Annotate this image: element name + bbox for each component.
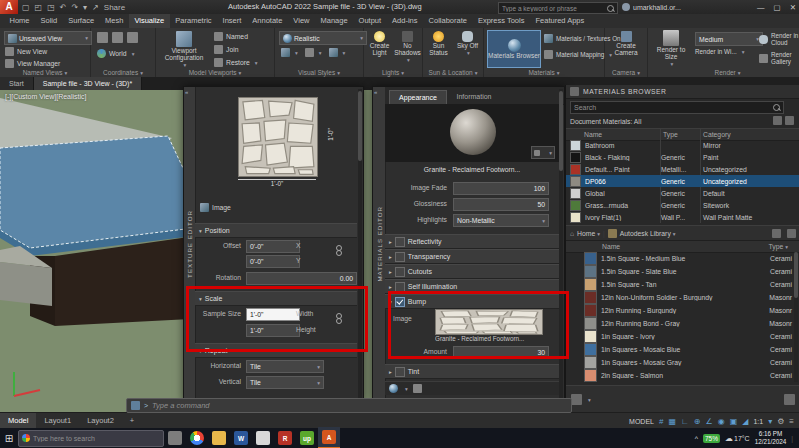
rotation-input[interactable]: 0.00 [246,272,357,285]
reflectivity-checkbox[interactable] [395,237,405,247]
tab-annotate[interactable]: Annotate [247,14,288,28]
horizontal-repeat-dropdown[interactable]: Tile [246,360,324,373]
render-in-cloud-button[interactable]: Render in Cloud [759,33,799,46]
ucs-axes-icon[interactable] [14,372,40,396]
render-gallery-button[interactable]: Render Gallery [759,52,799,65]
texture-image-row[interactable]: Image [200,203,231,212]
command-line[interactable] [126,398,572,413]
column-category[interactable]: Category [703,131,731,138]
user-name[interactable]: umarkhalid.or... [633,4,681,11]
tint-checkbox[interactable] [395,367,405,377]
start-button[interactable]: ⊞ [0,433,18,444]
upwork-icon[interactable]: up [300,431,314,445]
visual-style-dropdown[interactable]: Realistic [279,31,367,45]
low-structure-front[interactable] [0,262,52,306]
library-row[interactable]: 12in Running - BurgundyMasonr [566,304,792,317]
manage-library-icon[interactable] [571,394,582,405]
self-illumination-checkbox[interactable] [395,282,405,292]
bump-checkbox[interactable] [395,297,405,307]
collapse-icon[interactable]: « [185,89,188,95]
section-cutouts[interactable]: Cutouts [385,264,559,279]
settings-gear-icon[interactable]: ⚙ [777,417,784,426]
taskbar-app-upwork[interactable]: up [296,428,318,448]
section-reflectivity[interactable]: Reflectivity [385,234,559,249]
tab-mesh[interactable]: Mesh [100,14,129,28]
duplicate-material-icon[interactable] [413,384,422,393]
render-in-window-dropdown[interactable]: Render in Wi... [695,48,744,55]
lib-view-grid-icon[interactable] [772,229,781,238]
create-light-button[interactable]: Create Light [366,31,393,56]
word-icon[interactable]: W [234,431,248,445]
glossiness-input[interactable]: 50 [453,198,549,211]
link-wh-icon[interactable] [336,313,342,324]
add-layout-button[interactable]: + [122,413,142,429]
snap-icon[interactable]: ▦ [668,417,676,426]
material-row[interactable]: Black - Flaking Generic Paint [566,151,799,163]
material-row[interactable]: Grass...rmuda Generic Sitework [566,199,799,211]
tray-expand-icon[interactable]: ^ [695,435,698,442]
material-row-selected[interactable]: DP066 Generic Uncategorized [566,175,799,187]
search-icon[interactable] [607,5,614,12]
grid-icon[interactable]: # [659,417,663,426]
column-type[interactable]: Type [663,131,678,138]
windows-search[interactable] [18,430,164,447]
panel-label-sun-location[interactable]: Sun & Location [423,69,483,76]
restore-viewports-button[interactable]: Restore [214,58,258,67]
browser-menu-icon[interactable] [570,87,579,96]
windows-search-input[interactable] [33,435,160,442]
offset-y-input[interactable]: 0'-0" [246,255,300,268]
dynamic-input-icon[interactable]: ▣ [730,417,738,426]
materials-editor-scrollbar[interactable] [559,89,563,399]
named-viewports-button[interactable]: Named [214,32,248,41]
tab-drawing[interactable]: Sample file - 3D View - (3D)* [34,77,142,90]
panel-label-coordinates[interactable]: Coordinates [91,69,155,76]
sample-width-input[interactable]: 1'-0" [246,308,300,321]
browser-search[interactable] [570,101,784,114]
tab-express-tools[interactable]: Express Tools [472,14,530,28]
highlights-dropdown[interactable]: Non-Metallic [453,214,549,227]
section-self-illumination[interactable]: Self Illumination [385,279,559,294]
vertical-repeat-dropdown[interactable]: Tile [246,376,324,389]
autocad-icon[interactable]: A [322,430,336,444]
create-material-dropdown-icon[interactable] [403,385,408,392]
annotation-scale[interactable]: 1:1 [753,418,763,425]
doc-view-grid-icon[interactable] [773,116,782,125]
tab-start[interactable]: Start [0,77,34,90]
library-row[interactable]: 1in Squares - Mosaic BlueCerami [566,343,792,356]
tab-appearance[interactable]: Appearance [389,90,447,105]
library-book-icon[interactable] [608,229,617,238]
scale-dropdown-icon[interactable]: ▾ [768,417,772,426]
texture-preview[interactable] [238,97,318,177]
texture-editor-scrollbar[interactable] [358,89,362,399]
tab-visualize[interactable]: Visualize [129,14,170,28]
material-mapping-button[interactable]: Material Mapping [544,50,612,59]
bump-amount-input[interactable]: 30 [453,346,549,359]
save-icon[interactable]: ◳ [47,3,55,12]
unsaved-view-dropdown[interactable]: Unsaved View [4,31,92,45]
display-options-icon[interactable] [784,394,795,405]
tab-layout2[interactable]: Layout2 [79,413,122,429]
viewport-controls[interactable]: [-][Custom View][Realistic] [5,93,87,100]
column-name[interactable]: Name [584,131,602,138]
tab-solid[interactable]: Solid [35,14,63,28]
panel-label-camera[interactable]: Camera [605,69,647,76]
taskbar-app-1[interactable] [164,428,186,448]
material-row[interactable]: Bathroom Mirror [566,139,799,151]
tab-parametric[interactable]: Parametric [170,14,217,28]
manage-library-dropdown-icon[interactable] [586,396,591,403]
tab-view[interactable]: View [288,14,315,28]
world-ucs-dropdown[interactable]: World [97,49,134,58]
collapse-icon[interactable]: « [374,89,377,95]
view-manager-button[interactable]: View Manager [5,59,60,68]
close-button[interactable]: ✕ [790,3,796,12]
create-material-icon[interactable] [389,384,398,393]
object-snap-icon[interactable]: ◉ [718,417,725,426]
lib-column-type[interactable]: Type [768,243,788,250]
edge-style-dropdown[interactable] [329,48,346,57]
face-style-dropdown[interactable] [281,48,298,57]
lib-options-icon[interactable] [787,229,796,238]
taskbar-clock[interactable]: 6:16 PM 12/21/2024 [755,430,787,446]
materials-browser-button[interactable]: Materials Browser [487,30,541,68]
section-transparency[interactable]: Transparency [385,249,559,264]
ortho-icon[interactable]: ∟ [681,417,689,426]
